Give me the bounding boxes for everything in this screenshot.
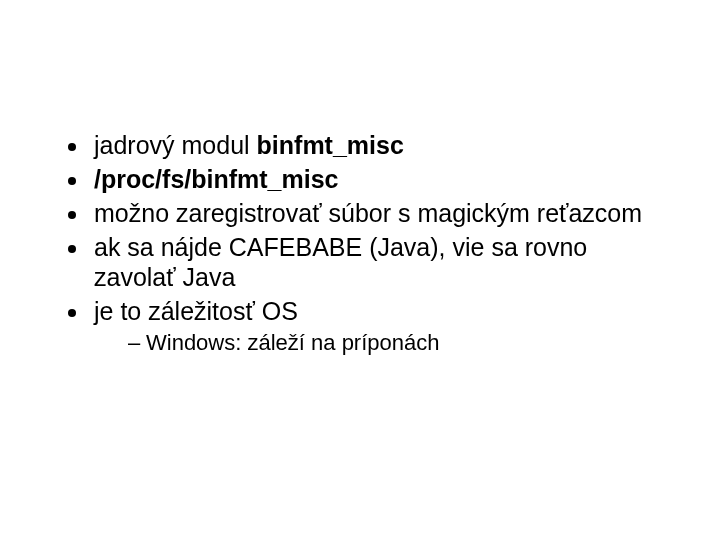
list-item: ak sa nájde CAFEBABE (Java), vie sa rovn… (90, 232, 660, 292)
bullet-text: Windows: záleží na príponách (146, 330, 440, 355)
list-item: možno zaregistrovať súbor s magickým reť… (90, 198, 660, 228)
slide: jadrový modul binfmt_misc /proc/fs/binfm… (0, 0, 720, 540)
list-item: je to záležitosť OS Windows: záleží na p… (90, 296, 660, 356)
bullet-text-bold: /proc/fs/binfmt_misc (94, 165, 339, 193)
bullet-text: je to záležitosť OS (94, 297, 298, 325)
bullet-text: možno zaregistrovať súbor s magickým reť… (94, 199, 642, 227)
bullet-text-bold: binfmt_misc (257, 131, 404, 159)
sub-bullet-list: Windows: záleží na príponách (94, 330, 660, 356)
bullet-list: jadrový modul binfmt_misc /proc/fs/binfm… (60, 130, 660, 356)
list-item: /proc/fs/binfmt_misc (90, 164, 660, 194)
list-item: Windows: záleží na príponách (128, 330, 660, 356)
list-item: jadrový modul binfmt_misc (90, 130, 660, 160)
bullet-text: jadrový modul (94, 131, 257, 159)
bullet-text: ak sa nájde CAFEBABE (Java), vie sa rovn… (94, 233, 587, 291)
